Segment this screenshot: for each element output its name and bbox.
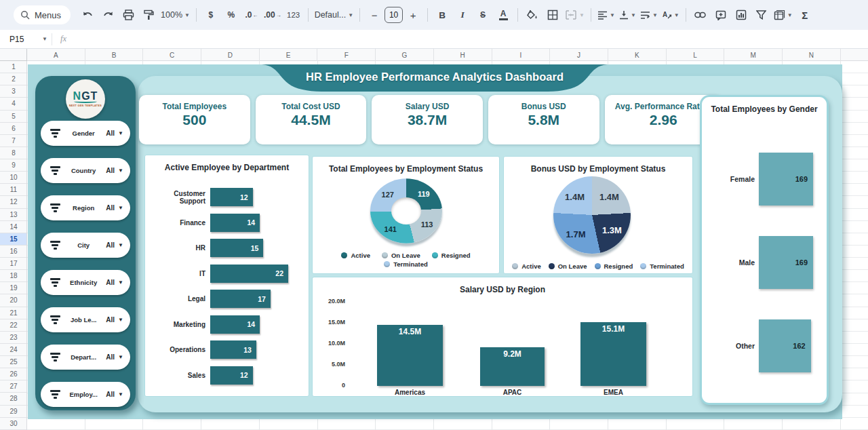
table-views-button[interactable]: ▼: [774, 5, 793, 24]
filter-value-dropdown[interactable]: All▼: [106, 204, 123, 212]
column-header-A[interactable]: A: [27, 49, 85, 61]
zoom-select[interactable]: 100% ▼: [161, 5, 190, 24]
row-header-29[interactable]: 29: [0, 406, 27, 418]
vertical-align-button[interactable]: ▼: [619, 5, 636, 24]
filter-value-dropdown[interactable]: All▼: [106, 353, 123, 361]
fill-color-icon: [527, 9, 538, 20]
column-header-H[interactable]: H: [434, 49, 492, 61]
filter-value-dropdown[interactable]: All▼: [106, 241, 123, 249]
row-header-21[interactable]: 21: [0, 307, 27, 319]
increase-font-size-button[interactable]: +: [405, 5, 421, 24]
row-header-9[interactable]: 9: [0, 159, 27, 172]
strikethrough-button[interactable]: S: [475, 5, 491, 24]
horizontal-align-button[interactable]: ▼: [597, 5, 615, 24]
font-size-input[interactable]: 10: [384, 7, 403, 23]
filter-pill-employ[interactable]: Employ...All▼: [41, 382, 130, 407]
row-header-23[interactable]: 23: [0, 332, 27, 344]
row-header-6[interactable]: 6: [0, 123, 27, 135]
column-header-F[interactable]: F: [317, 49, 376, 61]
filter-pill-gender[interactable]: GenderAll▼: [41, 121, 130, 146]
name-box[interactable]: P15 ▼: [0, 35, 52, 44]
row-header-1[interactable]: 1: [0, 61, 27, 73]
insert-link-button[interactable]: [692, 5, 709, 24]
text-wrap-button[interactable]: ▼: [640, 5, 658, 24]
font-select[interactable]: Defaul... ▼: [315, 5, 353, 24]
dashboard-banner: HR Employee Performance Analytics Dashbo…: [262, 64, 608, 94]
row-header-12[interactable]: 12: [0, 196, 27, 208]
filter-pill-country[interactable]: CountryAll▼: [41, 158, 130, 183]
row-header-15[interactable]: 15: [0, 233, 27, 246]
paint-format-button[interactable]: [140, 5, 157, 24]
row-header-19[interactable]: 19: [0, 282, 27, 294]
row-header-27[interactable]: 27: [0, 380, 27, 393]
row-header-8[interactable]: 8: [0, 147, 27, 159]
column-header-C[interactable]: C: [143, 49, 201, 61]
row-header-24[interactable]: 24: [0, 344, 27, 356]
decrease-font-size-button[interactable]: −: [366, 5, 382, 24]
filter-value-dropdown[interactable]: All▼: [106, 167, 123, 174]
menus-search-button[interactable]: Menus: [14, 5, 71, 24]
bold-button[interactable]: B: [434, 5, 450, 24]
filter-value-dropdown[interactable]: All▼: [106, 316, 123, 324]
sheet-grid[interactable]: HR Employee Performance Analytics Dashbo…: [27, 61, 868, 430]
row-header-16[interactable]: 16: [0, 246, 27, 258]
filter-pill-region[interactable]: RegionAll▼: [41, 195, 130, 220]
redo-button[interactable]: [100, 5, 116, 24]
row-header-4[interactable]: 4: [0, 98, 27, 110]
row-header-11[interactable]: 11: [0, 184, 27, 196]
text-color-button[interactable]: A: [495, 5, 511, 24]
row-header-14[interactable]: 14: [0, 221, 27, 233]
undo-button[interactable]: [79, 5, 96, 24]
functions-button[interactable]: Σ: [797, 5, 813, 24]
more-formats-button[interactable]: 123: [285, 5, 302, 24]
filter-pill-city[interactable]: CityAll▼: [41, 233, 130, 258]
row-header-28[interactable]: 28: [0, 393, 27, 405]
column-header-L[interactable]: L: [667, 49, 725, 61]
create-filter-button[interactable]: [753, 5, 770, 24]
kpi-value: 38.7M: [408, 112, 447, 128]
text-rotation-button[interactable]: A ▼: [662, 5, 679, 24]
x-axis-category-label: APAC: [480, 389, 545, 396]
filter-value-dropdown[interactable]: All▼: [106, 279, 123, 286]
italic-button[interactable]: I: [454, 5, 471, 24]
row-header-20[interactable]: 20: [0, 294, 27, 307]
column-header-E[interactable]: E: [260, 49, 318, 61]
filter-pill-depart[interactable]: Depart...All▼: [41, 345, 130, 370]
toolbar-divider: [591, 8, 591, 22]
column-header-M[interactable]: M: [724, 49, 783, 61]
row-header-22[interactable]: 22: [0, 319, 27, 332]
row-header-2[interactable]: 2: [0, 73, 27, 85]
row-header-7[interactable]: 7: [0, 135, 27, 147]
filter-pill-ethnicity[interactable]: EthnicityAll▼: [41, 270, 130, 295]
row-header-18[interactable]: 18: [0, 270, 27, 282]
row-header-10[interactable]: 10: [0, 172, 27, 184]
column-header-N[interactable]: N: [783, 49, 841, 61]
filter-value-dropdown[interactable]: All▼: [106, 130, 123, 137]
column-header-G[interactable]: G: [376, 49, 434, 61]
decrease-decimal-button[interactable]: .0←: [243, 5, 260, 24]
column-header-I[interactable]: I: [492, 49, 551, 61]
select-all-corner[interactable]: [0, 49, 27, 61]
format-percent-button[interactable]: %: [223, 5, 239, 24]
row-header-26[interactable]: 26: [0, 368, 27, 380]
insert-comment-button[interactable]: [713, 5, 729, 24]
table-row: Female169: [702, 153, 827, 206]
fill-color-button[interactable]: [524, 5, 540, 24]
filter-value-dropdown[interactable]: All▼: [106, 391, 123, 398]
row-header-3[interactable]: 3: [0, 85, 27, 98]
column-header-B[interactable]: B: [85, 49, 144, 61]
column-header-K[interactable]: K: [608, 49, 667, 61]
row-header-25[interactable]: 25: [0, 356, 27, 368]
filter-pill-joble[interactable]: Job Le...All▼: [41, 307, 130, 332]
column-header-J[interactable]: J: [550, 49, 608, 61]
format-currency-button[interactable]: $: [203, 5, 219, 24]
row-header-13[interactable]: 13: [0, 209, 27, 221]
insert-chart-button[interactable]: [733, 5, 749, 24]
borders-button[interactable]: [545, 5, 561, 24]
column-header-D[interactable]: D: [201, 49, 260, 61]
row-header-30[interactable]: 30: [0, 418, 27, 430]
increase-decimal-button[interactable]: .00→: [264, 5, 281, 24]
row-header-17[interactable]: 17: [0, 258, 27, 270]
row-header-5[interactable]: 5: [0, 111, 27, 123]
print-button[interactable]: [120, 5, 136, 24]
